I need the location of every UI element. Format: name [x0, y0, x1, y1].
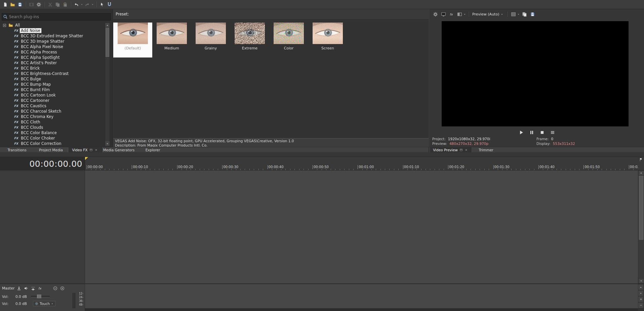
project-video-properties-button[interactable]: [432, 10, 439, 18]
plugin-list-item[interactable]: FXBCC Color Correction: [1, 141, 103, 146]
video-output-fx-button[interactable]: fx: [448, 10, 455, 18]
plugin-list-item[interactable]: FXBCC 3D Extruded Image Shatter: [1, 33, 103, 39]
video-output-button[interactable]: [440, 10, 447, 18]
plugin-list-item[interactable]: FXBCC Alpha Process: [1, 49, 103, 55]
mute-button[interactable]: [52, 285, 58, 291]
plugin-list-item[interactable]: FXBCC Cartooner: [1, 98, 103, 103]
plugin-list-item[interactable]: FXBCC 3D Image Shatter: [1, 39, 103, 44]
track-height-up-button[interactable]: [638, 284, 644, 290]
timecode-display[interactable]: 00:00:00.00: [0, 157, 85, 170]
preset-item[interactable]: (Default): [113, 23, 152, 57]
timeline-vertical-scrollbar[interactable]: [638, 170, 644, 283]
tab-transitions[interactable]: Transitions: [0, 147, 34, 152]
close-icon[interactable]: [94, 148, 98, 152]
fader-handle[interactable]: [37, 295, 41, 298]
plugin-list-item[interactable]: FXBCC Chroma Key: [1, 114, 103, 119]
scroll-down-button[interactable]: [638, 278, 644, 283]
stop-button[interactable]: [538, 129, 546, 136]
tree-item-all[interactable]: All: [1, 23, 103, 28]
downmix-output-button[interactable]: [16, 285, 22, 291]
tab-media-generators[interactable]: Media Generators: [102, 147, 136, 152]
track-area[interactable]: [85, 170, 638, 283]
preview-quality-button[interactable]: Preview (Auto): [471, 10, 505, 18]
close-icon[interactable]: [465, 148, 468, 152]
zoom-out-button[interactable]: [638, 302, 644, 308]
scroll-down-button[interactable]: [105, 141, 110, 146]
open-project-button[interactable]: [9, 1, 16, 8]
tab-trimmer[interactable]: Trimmer: [471, 147, 501, 152]
plugin-list-item[interactable]: FXBCC Caustics: [1, 103, 103, 109]
paste-button[interactable]: [61, 1, 69, 8]
project-properties-button[interactable]: [35, 1, 42, 8]
dock-icon[interactable]: [89, 148, 93, 152]
preset-item[interactable]: Grainy: [191, 23, 230, 57]
plugin-list-item[interactable]: FXBCC Artist's Poster: [1, 60, 103, 66]
plugin-list-item[interactable]: FXBCC Cloth: [1, 119, 103, 125]
undo-button[interactable]: [73, 1, 80, 8]
plugin-list-item[interactable]: FXBCC Clouds: [1, 125, 103, 130]
pause-button[interactable]: [528, 129, 535, 136]
scroll-up-button[interactable]: [105, 23, 110, 28]
bus-fader-button[interactable]: [30, 285, 36, 291]
marker-tool-icon[interactable]: [639, 158, 643, 170]
collapse-expander-icon[interactable]: [3, 24, 6, 27]
copy-button[interactable]: [54, 1, 61, 8]
normal-edit-tool-button[interactable]: [98, 1, 106, 8]
cut-button[interactable]: [46, 1, 54, 8]
timeline-ruler[interactable]: 00:00:0000:00:1000:00:2000:00:3000:00:40…: [85, 157, 638, 170]
tab-explorer[interactable]: Explorer: [136, 147, 170, 152]
preset-item[interactable]: Screen: [308, 23, 347, 57]
scroll-up-button[interactable]: [638, 170, 644, 176]
plugin-list-item[interactable]: FXBCC Brightness-Contrast: [1, 71, 103, 76]
solo-button[interactable]: [59, 285, 65, 291]
search-icon[interactable]: [3, 14, 8, 19]
overlays-button[interactable]: [510, 10, 517, 18]
new-project-button[interactable]: [1, 1, 9, 8]
plugin-list-item[interactable]: FXBCC Charcoal Sketch: [1, 109, 103, 114]
split-screen-view-button[interactable]: [456, 10, 463, 18]
plugin-tree-scrollbar[interactable]: [105, 23, 110, 146]
tab-video-preview[interactable]: Video Preview: [430, 147, 471, 152]
automation-mode-button[interactable]: Touch: [33, 301, 55, 306]
zoom-in-button[interactable]: [638, 296, 644, 302]
plugin-list-item[interactable]: FXBCC Brick: [1, 66, 103, 71]
dim-output-button[interactable]: [23, 285, 29, 291]
copy-snapshot-button[interactable]: [521, 10, 528, 18]
enable-snapping-button[interactable]: [106, 1, 113, 8]
redo-dropdown-caret-icon[interactable]: [91, 1, 94, 8]
redo-button[interactable]: [83, 1, 91, 8]
insert-fx-button[interactable]: fx: [37, 285, 43, 291]
master-bus-track[interactable]: [85, 284, 638, 308]
dock-icon[interactable]: [459, 148, 463, 152]
split-screen-caret-icon[interactable]: [463, 13, 466, 16]
undo-dropdown-caret-icon[interactable]: [80, 1, 83, 8]
plugin-list-item[interactable]: FXBCC Burnt Film: [1, 87, 103, 92]
plugin-list-item[interactable]: FXBCC Alpha Spotlight: [1, 55, 103, 60]
tab-video-fx[interactable]: Video FX: [68, 147, 102, 152]
preset-item[interactable]: Medium: [152, 23, 191, 57]
plugin-list-item[interactable]: FXBCC Cartoon Look: [1, 92, 103, 98]
save-snapshot-button[interactable]: [529, 10, 536, 18]
plugin-list-item[interactable]: FXBCC Bump Map: [1, 82, 103, 87]
plugin-list-item[interactable]: FXBCC Bulge: [1, 76, 103, 82]
preset-item[interactable]: Color: [269, 23, 308, 57]
playhead-marker[interactable]: [85, 157, 88, 160]
render-as-button[interactable]: [28, 1, 35, 8]
save-project-button[interactable]: [16, 1, 24, 8]
overlays-caret-icon[interactable]: [517, 13, 520, 16]
tab-project-media[interactable]: Project Media: [34, 147, 68, 152]
scrollbar-thumb[interactable]: [106, 28, 109, 57]
plugin-list-item[interactable]: FXBCC Color Balance: [1, 130, 103, 135]
ruler-minor-tick: [588, 169, 589, 170]
plugin-search-input[interactable]: [8, 14, 111, 20]
scrollbar-thumb[interactable]: [639, 176, 643, 240]
volume-fader[interactable]: [31, 296, 50, 297]
preset-item[interactable]: Extreme: [230, 23, 269, 57]
track-height-down-button[interactable]: [638, 290, 644, 296]
plugin-list-item[interactable]: FXBCC Alpha Pixel Noise: [1, 44, 103, 49]
plugin-list-item[interactable]: FXBCC Color Choker: [1, 135, 103, 141]
playback-menu-button[interactable]: [549, 129, 556, 136]
timeline-horizontal-scrollbar[interactable]: [85, 308, 638, 311]
play-button[interactable]: [518, 129, 525, 136]
plugin-list-item[interactable]: FXAdd Noise: [1, 28, 103, 33]
